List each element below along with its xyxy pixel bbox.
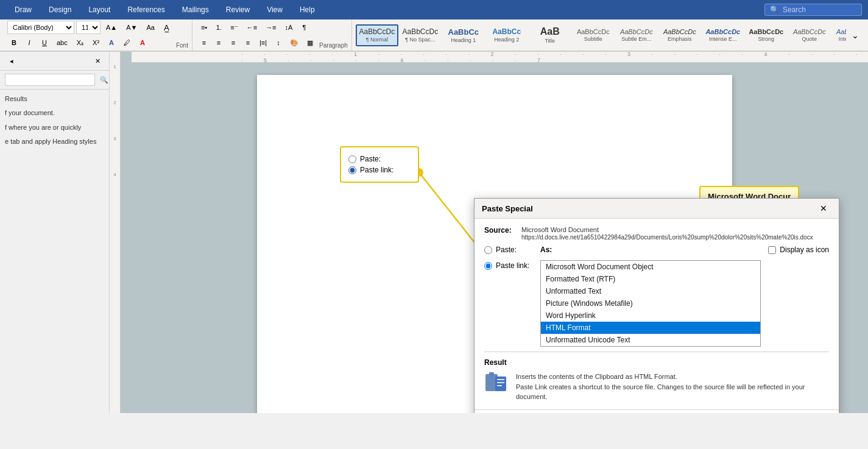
style-emphasis[interactable]: AaBbCcDc Emphasis (658, 24, 701, 46)
line-spacing-btn[interactable]: ↕ (272, 36, 285, 49)
result-icon (484, 372, 509, 398)
search-bar[interactable]: 🔍 (764, 4, 862, 16)
align-left-btn[interactable]: ≡ (197, 36, 211, 49)
list-item-unicode[interactable]: Unformatted Unicode Text (541, 334, 760, 346)
justify-btn[interactable]: ≡ (241, 36, 255, 49)
style-intense-em[interactable]: AaBbCcDc Intense E... (702, 24, 744, 46)
display-icon-label: Display as icon (780, 246, 829, 254)
bold-btn[interactable]: B (7, 36, 21, 49)
paste-special-dialog[interactable]: Paste Special ✕ Source: Microsoft Word D… (474, 198, 839, 413)
paste-format-list[interactable]: Microsoft Word Document Object Formatted… (540, 260, 761, 347)
style-h2-preview: AaBbCc (492, 27, 521, 36)
search-input[interactable] (783, 5, 856, 14)
numbering-btn[interactable]: 1. (212, 21, 225, 34)
display-icon-checkbox[interactable] (768, 246, 776, 254)
strikethrough-btn[interactable]: abc (53, 36, 71, 49)
source-value: Microsoft Word Document https://d.docs.l… (521, 226, 829, 241)
style-quote[interactable]: AaBbCcDc Quote (788, 24, 831, 46)
style-heading2[interactable]: AaBbCc Heading 2 (485, 24, 528, 46)
style-normal[interactable]: AaBbCcDc ¶ Normal (356, 24, 398, 46)
tab-layout[interactable]: Layout (80, 3, 119, 16)
as-area: As: Microsoft Word Document Object Forma… (540, 246, 761, 347)
style-strong-preview: AaBbCcDc (749, 28, 783, 35)
dialog-title: Paste Special (482, 204, 533, 213)
paste-link-option-label: Paste link: (360, 166, 393, 174)
font-family-select[interactable]: Calibri (Body) (7, 21, 74, 34)
paste-callout: Paste: Paste link: (340, 146, 419, 183)
tab-mailings[interactable]: Mailings (174, 3, 217, 16)
paste-radio[interactable] (348, 155, 356, 163)
tab-help[interactable]: Help (291, 3, 323, 16)
increase-font-btn[interactable]: A▲ (102, 21, 121, 34)
sidebar-close-btn[interactable]: ✕ (91, 54, 104, 68)
style-subtle-preview: AaBbCcDc (620, 28, 653, 35)
subscript-btn[interactable]: X₂ (73, 36, 87, 49)
borders-btn[interactable]: ▦ (303, 36, 317, 49)
dialog-paste-link-label: Paste link: (496, 261, 529, 270)
list-item-word-obj[interactable]: Microsoft Word Document Object (541, 261, 760, 273)
sort-btn[interactable]: ↕A (281, 21, 297, 34)
dialog-paste-label: Paste: (496, 246, 517, 254)
clear-format-btn[interactable]: A̲ (160, 21, 174, 34)
list-item-unformatted[interactable]: Unformatted Text (541, 285, 760, 297)
decrease-font-btn[interactable]: A▼ (122, 21, 141, 34)
sidebar-search-input[interactable] (5, 74, 95, 86)
style-strong[interactable]: AaBbCcDc Strong (745, 24, 788, 46)
styles-expand-btn[interactable]: ⌄ (849, 29, 862, 42)
vertical-ruler: 1 2 3 4 (110, 52, 121, 413)
svg-rect-8 (497, 382, 504, 383)
paste-link-radio-row: Paste link: (484, 261, 533, 270)
style-nospace-label: ¶ No Spac... (405, 37, 435, 43)
paste-link-radio[interactable] (348, 166, 356, 174)
tab-design[interactable]: Design (40, 3, 80, 16)
list-item-picture[interactable]: Picture (Windows Metafile) (541, 297, 760, 309)
style-no-spacing[interactable]: AaBbCcDc ¶ No Spac... (399, 24, 442, 46)
style-subtitle-label: Subtitle (584, 36, 602, 42)
sidebar-text-3: e tab and apply Heading styles (5, 137, 104, 146)
tab-review[interactable]: Review (217, 3, 258, 16)
tab-draw[interactable]: Draw (6, 3, 40, 16)
underline-btn[interactable]: U (38, 36, 51, 49)
result-text-1: Inserts the contents of the Clipboard as… (516, 372, 829, 382)
font-color-btn[interactable]: A (136, 36, 149, 49)
style-subtitle-preview: AaBbCcDc (577, 28, 610, 35)
shading-btn[interactable]: 🎨 (286, 36, 302, 49)
dialog-paste-link-radio[interactable] (484, 262, 492, 270)
text-effect-btn[interactable]: A (105, 36, 118, 49)
dialog-paste-radio[interactable] (484, 246, 492, 254)
list-item-rtf[interactable]: Formatted Text (RTF) (541, 273, 760, 285)
sidebar-search-btn[interactable]: 🔍 (97, 73, 111, 87)
font-group: Calibri (Body) 11 A▲ A▼ Aa A̲ B I U abc … (4, 19, 192, 51)
show-formatting-btn[interactable]: ¶ (297, 21, 311, 34)
sidebar-text-2: f where you are or quickly (5, 123, 104, 132)
style-subtle-em[interactable]: AaBbCcDc Subtle Em... (615, 24, 658, 46)
list-item-html[interactable]: HTML Format (541, 322, 760, 334)
dialog-close-btn[interactable]: ✕ (816, 202, 831, 214)
tab-view[interactable]: View (258, 3, 291, 16)
italic-btn[interactable]: I (23, 36, 36, 49)
style-title-preview: AaB (540, 26, 560, 37)
bullets-btn[interactable]: ≡• (197, 21, 211, 34)
tab-references[interactable]: References (119, 3, 173, 16)
columns-btn[interactable]: |≡| (256, 36, 270, 49)
change-case-btn[interactable]: Aa (143, 21, 158, 34)
display-icon-area: Display as icon (768, 246, 829, 254)
style-title[interactable]: AaB Title (529, 24, 571, 46)
multilevel-btn[interactable]: ≡⁻ (227, 21, 241, 34)
style-subtitle[interactable]: AaBbCcDc Subtitle (572, 24, 615, 46)
style-intense-label: Intense E... (709, 36, 737, 42)
style-intense-preview: AaBbCcDc (705, 28, 740, 35)
superscript-btn[interactable]: X² (89, 36, 103, 49)
font-size-select[interactable]: 11 (76, 21, 101, 34)
paste-options-area: Paste: Paste link: As: Microsoft Word Do… (484, 246, 829, 347)
style-intense-q[interactable]: AaBbCcDc Intense Q... (831, 24, 846, 46)
list-item-hyperlink[interactable]: Word Hyperlink (541, 309, 760, 322)
style-heading1[interactable]: AaBbCc Heading 1 (442, 24, 485, 46)
sidebar-collapse-btn[interactable]: ◂ (5, 54, 18, 68)
highlight-btn[interactable]: 🖊 (120, 36, 134, 49)
increase-indent-btn[interactable]: →≡ (262, 21, 280, 34)
align-center-btn[interactable]: ≡ (212, 36, 225, 49)
decrease-indent-btn[interactable]: ←≡ (243, 21, 261, 34)
align-right-btn[interactable]: ≡ (227, 36, 240, 49)
ruler-1: 1 (110, 64, 120, 69)
